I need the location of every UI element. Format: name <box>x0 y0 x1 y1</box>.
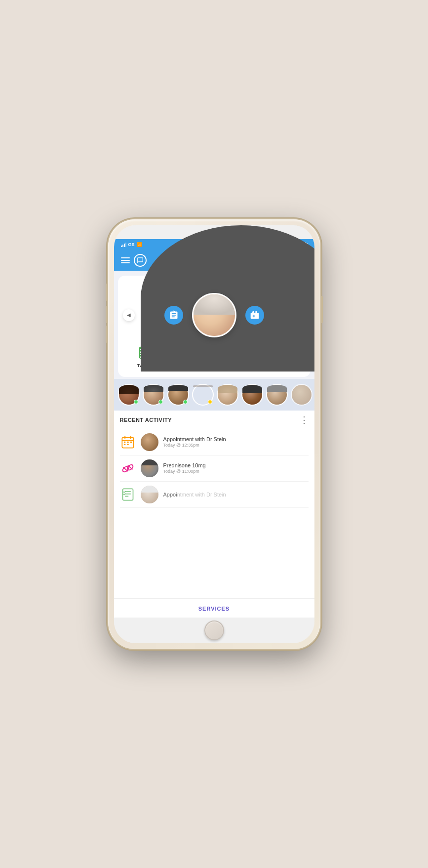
svg-rect-31 <box>127 441 129 442</box>
wifi-icon: 📶 <box>137 242 142 247</box>
header-left-icons <box>121 254 147 267</box>
phone-device: GS 📶 9:41 AM 100% <box>108 219 320 649</box>
care-person-4[interactable] <box>192 384 214 406</box>
care-circle <box>114 379 314 411</box>
medicine-activity-icon <box>120 461 135 476</box>
care-person-2[interactable] <box>143 384 164 406</box>
carrier-label: GS <box>128 242 135 247</box>
profile-nav-left[interactable]: ◀ <box>123 309 135 321</box>
activity-icon-calendar <box>120 434 136 450</box>
svg-rect-32 <box>130 441 132 442</box>
menu-button[interactable] <box>121 257 130 263</box>
activity-time-2: Today @ 11:00pm <box>163 469 309 474</box>
activity-item-1[interactable]: Appointment with Dr Stein Today @ 12:35p… <box>120 429 309 455</box>
more-options-button[interactable]: ⋮ <box>300 415 309 424</box>
chat-button[interactable] <box>134 254 147 267</box>
svg-rect-33 <box>123 444 125 445</box>
tasks-activity-icon <box>121 488 135 501</box>
svg-rect-34 <box>127 444 129 445</box>
activity-title: RECENT ACTIVITY <box>120 417 172 423</box>
activity-info-3: Appointment with Dr Stein <box>163 492 309 497</box>
chat-icon <box>137 257 144 264</box>
care-person-1[interactable] <box>118 384 140 406</box>
activity-person-1 <box>141 433 158 451</box>
activity-icon-medicine <box>120 460 136 476</box>
home-button[interactable] <box>204 620 224 640</box>
activity-main-2: Prednisone 10mg <box>163 462 309 468</box>
svg-rect-30 <box>123 441 125 442</box>
activity-person-3 <box>141 486 158 503</box>
care-person-7[interactable] <box>266 384 288 406</box>
clipboard-icon <box>169 310 179 320</box>
activity-main-1: Appointment with Dr Stein <box>163 436 309 442</box>
profile-action-medical[interactable] <box>245 306 264 325</box>
patient-avatar <box>192 293 236 337</box>
calendar-activity-icon <box>121 435 135 449</box>
services-label: SERVICES <box>198 606 230 612</box>
profile-action-tasks[interactable] <box>164 306 183 325</box>
phone-screen: GS 📶 9:41 AM 100% <box>114 225 314 643</box>
avatar-face <box>194 294 235 336</box>
recent-activity-panel: RECENT ACTIVITY ⋮ <box>114 411 314 598</box>
activity-item-3[interactable]: Appointment with Dr Stein <box>120 482 309 508</box>
care-person-6[interactable] <box>241 384 263 406</box>
care-person-8[interactable] <box>291 384 312 406</box>
app-screen: GS 📶 9:41 AM 100% <box>114 239 314 618</box>
activity-info-2: Prednisone 10mg Today @ 11:00pm <box>163 462 309 474</box>
activity-icon-tasks <box>120 487 136 502</box>
care-person-3[interactable] <box>167 384 189 406</box>
activity-person-2 <box>141 459 158 477</box>
phone-bottom-bar <box>114 618 314 643</box>
activity-info-1: Appointment with Dr Stein Today @ 12:35p… <box>163 436 309 448</box>
status-left: GS 📶 <box>121 242 142 247</box>
bottom-bar[interactable]: SERVICES <box>114 598 314 618</box>
signal-icon <box>121 242 126 247</box>
activity-header: RECENT ACTIVITY ⋮ <box>120 415 309 424</box>
care-person-5[interactable] <box>217 384 238 406</box>
activity-time-1: Today @ 12:35pm <box>163 443 309 448</box>
medical-kit-icon <box>250 310 260 320</box>
avatar-hair <box>194 294 235 315</box>
activity-main-3: Appointment with Dr Stein <box>163 492 309 497</box>
svg-rect-26 <box>122 437 133 448</box>
activity-item-2[interactable]: Prednisone 10mg Today @ 11:00pm <box>120 455 309 482</box>
